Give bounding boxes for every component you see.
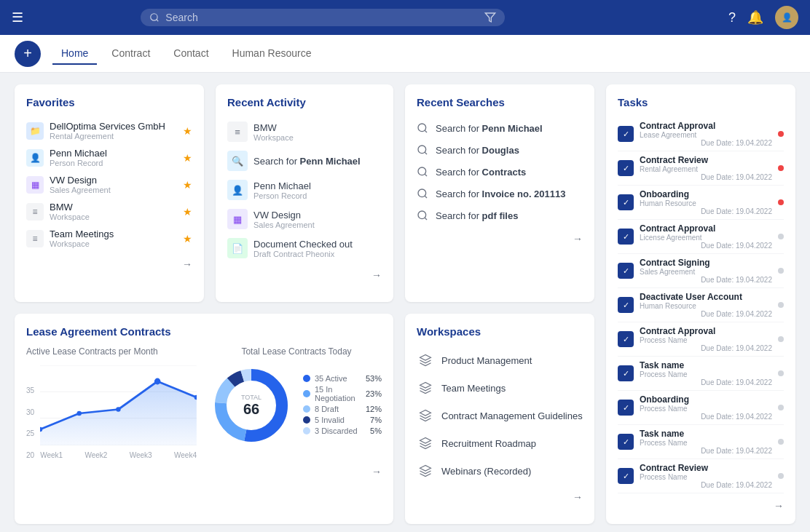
status-dot-gray [778,336,784,342]
help-icon[interactable]: ? [728,10,736,25]
arrow-right-icon[interactable]: → [182,258,192,270]
task-item-onboarding-1[interactable]: ✓ Onboarding Human Resource Due Date: 19… [618,186,784,220]
task-item-contract-signing[interactable]: ✓ Contract Signing Sales Agreement Due D… [618,254,784,288]
ws-item-product-mgmt[interactable]: Product Management [417,346,583,374]
arrow-right-icon[interactable]: → [774,500,784,512]
star-icon[interactable]: ★ [183,233,192,245]
status-dot-red [778,199,784,205]
task-due: Due Date: 19.04.2022 [640,207,772,215]
status-dot-red [778,165,784,171]
search-item-pdf[interactable]: Search for pdf files [417,205,583,226]
act-item-vw[interactable]: ▦ VW Design Sales Agreement [227,205,382,234]
star-icon[interactable]: ★ [183,206,192,218]
tab-home[interactable]: Home [52,43,97,65]
xaxis: Week1 Week2 Week3 Week4 [40,451,197,459]
legend-pct: 12% [360,405,382,413]
filter-icon[interactable] [484,12,496,23]
search-item-penn[interactable]: Search for Penn Michael [417,117,583,139]
fav-item-bmw[interactable]: ≡ BMW Workspace ★ [26,198,192,225]
task-item-contract-review-2[interactable]: ✓ Contract Review Process Name Due Date:… [618,459,784,493]
ws-item-recruitment[interactable]: Recruitment Roadmap [417,429,583,457]
act-item-search-penn[interactable]: 🔍 Search for Penn Michael [227,146,382,175]
avatar[interactable]: 👤 [775,6,798,29]
task-item-deactivate[interactable]: ✓ Deactivate User Account Human Resource… [618,288,784,322]
search-input[interactable] [165,12,479,23]
donut-wrap: TOTAL 66 35 Active 53% 15 In Negotiation [211,365,382,445]
arrow-right-icon[interactable]: → [371,466,382,477]
fav-item-penn[interactable]: 👤 Penn Michael Person Record ★ [26,144,192,171]
fav-name: Team Meetings [50,229,177,239]
ws-item-webinars[interactable]: Webinars (Recorded) [417,457,583,485]
act-name: BMW [253,122,294,133]
ws-text: Product Management [441,355,532,366]
task-due: Due Date: 19.04.2022 [640,378,772,386]
workspaces-title: Workspaces [417,325,583,338]
act-sub: Sales Agreement [253,221,315,229]
task-name: Onboarding [640,394,772,405]
add-button[interactable]: + [15,41,41,67]
ws-item-team-meetings[interactable]: Team Meetings [417,374,583,402]
task-body: Deactivate User Account Human Resource D… [640,292,772,318]
lease-card: Lease Agreement Contracts Active Lease C… [15,314,393,524]
folder-icon: 📁 [26,122,44,140]
fav-item-vw[interactable]: ▦ VW Design Sales Agreement ★ [26,171,192,198]
task-item-onboarding-2[interactable]: ✓ Onboarding Process Name Due Date: 19.0… [618,391,784,425]
star-icon[interactable]: ★ [183,125,192,137]
task-sub: Process Name [640,336,772,344]
arrow-right-icon[interactable]: → [371,269,382,281]
arrow-right-icon[interactable]: → [573,233,583,245]
status-dot-gray [778,234,784,239]
task-item-taskname-1[interactable]: ✓ Task name Process Name Due Date: 19.04… [618,357,784,391]
workspaces-card: Workspaces Product Management Team Meeti… [405,314,594,524]
lease-title: Lease Agreement Contracts [26,325,382,338]
favorites-title: Favorites [26,96,192,108]
act-item-penn[interactable]: 👤 Penn Michael Person Record [227,175,382,205]
task-check-icon: ✓ [618,434,634,450]
topnav-right: ? 🔔 👤 [728,6,798,29]
grid-icon: ▦ [227,209,248,229]
tab-human-resource[interactable]: Human Resource [224,43,321,65]
task-item-contract-approval-1[interactable]: ✓ Contract Approval Lease Agreement Due … [618,117,784,151]
task-item-contract-review[interactable]: ✓ Contract Review Rental Agreement Due D… [618,151,784,186]
ws-text: Webinars (Recorded) [441,466,531,477]
task-sub: Sales Agreement [640,268,772,276]
act-item-bmw[interactable]: ≡ BMW Workspace [227,117,382,146]
task-item-taskname-2[interactable]: ✓ Task name Process Name Due Date: 19.04… [618,425,784,459]
task-item-contract-approval-3[interactable]: ✓ Contract Approval Process Name Due Dat… [618,322,784,357]
star-icon[interactable]: ★ [183,179,192,191]
task-item-contract-approval-2[interactable]: ✓ Contract Approval License Agreement Du… [618,220,784,254]
search-item-invoice[interactable]: Search for Invoice no. 201113 [417,183,583,205]
tab-contact[interactable]: Contact [165,43,217,65]
star-icon[interactable]: ★ [183,152,192,164]
act-item-doc[interactable]: 📄 Document Checked out Draft Contract Ph… [227,234,382,263]
task-check-icon: ✓ [618,126,634,142]
task-due: Due Date: 19.04.2022 [640,139,772,147]
fav-item-delloptima[interactable]: 📁 DellOptima Services GmbH Rental Agreem… [26,117,192,144]
hamburger-icon[interactable]: ☰ [12,9,23,25]
svg-point-3 [418,167,426,175]
search-item-contracts[interactable]: Search for Contracts [417,161,583,183]
task-body: Task name Process Name Due Date: 19.04.2… [640,429,772,455]
legend-label: 15 In Negotiation [315,385,355,402]
legend-item-active: 35 Active 53% [303,374,382,383]
bell-icon[interactable]: 🔔 [747,9,763,25]
task-check-icon: ✓ [618,263,634,279]
layers-icon [417,434,434,452]
subnav: + Home Contract Contact Human Resource [0,35,810,73]
layers-icon [417,407,434,424]
task-name: Contract Signing [640,258,772,268]
fav-text: Penn Michael Person Record [50,148,177,167]
ws-text: Recruitment Roadmap [441,438,536,449]
fav-item-team[interactable]: ≡ Team Meetings Workspace ★ [26,225,192,252]
task-due: Due Date: 19.04.2022 [640,276,772,284]
task-sub: Process Name [640,370,772,378]
search-text: Search for Penn Michael [436,123,543,134]
chart-right-subtitle: Total Lease Contracts Today [241,346,351,357]
arrow-right-icon[interactable]: → [573,491,583,503]
donut-legend: 35 Active 53% 15 In Negotiation 23% 8 Dr… [303,374,382,437]
tab-contract[interactable]: Contract [103,43,159,65]
ws-item-contract-guidelines[interactable]: Contract Management Guidelines [417,402,583,429]
search-item-douglas[interactable]: Search for Douglas [417,139,583,161]
search-text: Search for Contracts [436,167,526,178]
status-dot-gray [778,370,784,376]
